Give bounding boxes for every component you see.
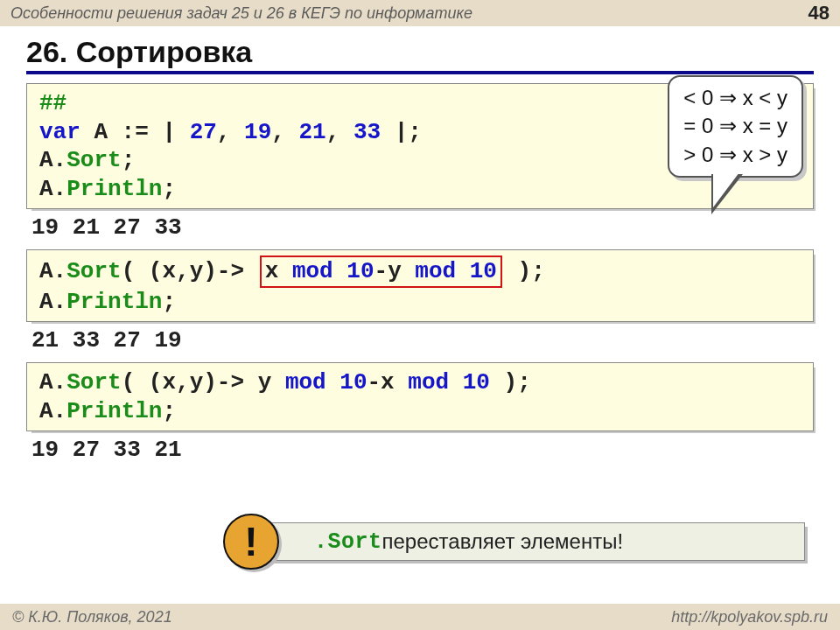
code-text: x [265,258,292,284]
exclamation-icon: ! [223,514,279,570]
code-text: , [217,119,231,145]
code-text: A. [39,258,66,284]
code-text: ); [504,258,545,284]
code-text: |; [381,119,422,145]
code-text: mod [285,369,326,396]
code-text: Println [66,398,162,424]
code-text: mod [415,258,456,284]
code-text: Println [66,176,162,202]
bubble-line: > 0 ⇒ x > y [683,141,788,169]
code-text: A. [39,398,66,424]
code-text: 33 [340,119,381,145]
code-text: A := | [80,119,176,145]
note-box: ! .Sort переставляет элементы! [248,522,805,561]
output-2: 21 33 27 19 [32,327,814,354]
code-text: 21 [285,119,326,145]
code-text: A. [39,176,66,202]
code-text: ; [162,398,176,424]
note-text: переставляет элементы! [382,529,624,554]
code-text: -y [374,258,416,284]
code-text: ; [162,176,176,202]
code-text: Println [66,289,162,315]
code-text: 27 [176,119,217,145]
code-text: ( (x,y)-> [122,258,244,284]
code-text: ## [39,90,66,116]
code-text: var [39,119,80,145]
code-block-2: A.Sort( (x,y)-> x mod 10-y mod 10 ); A.P… [26,249,814,322]
code-text: ( (x,y)-> y [122,369,285,396]
code-text: ); [490,369,531,396]
code-text: 10 [456,258,497,284]
footer-url: http://kpolyakov.spb.ru [671,608,828,626]
code-text: -x [368,369,409,396]
code-text: 10 [333,258,374,284]
code-text: ; [162,289,176,315]
header-subtitle: Особенности решения задач 25 и 26 в КЕГЭ… [10,4,472,23]
code-text: Sort [66,369,121,396]
slide-header: Особенности решения задач 25 и 26 в КЕГЭ… [0,0,840,26]
code-text: A. [39,147,66,173]
code-text: 10 [326,369,368,396]
highlight-box: x mod 10-y mod 10 [260,256,502,288]
code-text: mod [292,258,333,284]
exclamation-text: ! [244,518,257,565]
page-number: 48 [808,2,830,24]
code-text: 10 [449,369,490,396]
slide-footer: © К.Ю. Поляков, 2021 http://kpolyakov.sp… [0,604,840,630]
output-1: 19 21 27 33 [32,214,814,241]
code-text: A. [39,369,66,396]
comparison-bubble: < 0 ⇒ x < y = 0 ⇒ x = y > 0 ⇒ x > y [668,75,803,178]
output-3: 19 27 33 21 [32,437,814,463]
bubble-line: < 0 ⇒ x < y [683,84,788,112]
code-text: A. [39,289,66,315]
footer-author: © К.Ю. Поляков, 2021 [12,608,172,626]
code-text: mod [408,369,449,396]
code-text: 19 [230,119,271,145]
code-text: , [271,119,285,145]
code-block-3: A.Sort( (x,y)-> y mod 10-x mod 10 ); A.P… [26,362,814,431]
bubble-line: = 0 ⇒ x = y [683,112,788,140]
code-text: Sort [66,147,121,173]
code-text: Sort [66,258,121,284]
code-text: , [326,119,340,145]
code-text: ; [122,147,136,173]
note-code: .Sort [314,529,382,555]
slide-title: 26. Сортировка [26,35,814,74]
